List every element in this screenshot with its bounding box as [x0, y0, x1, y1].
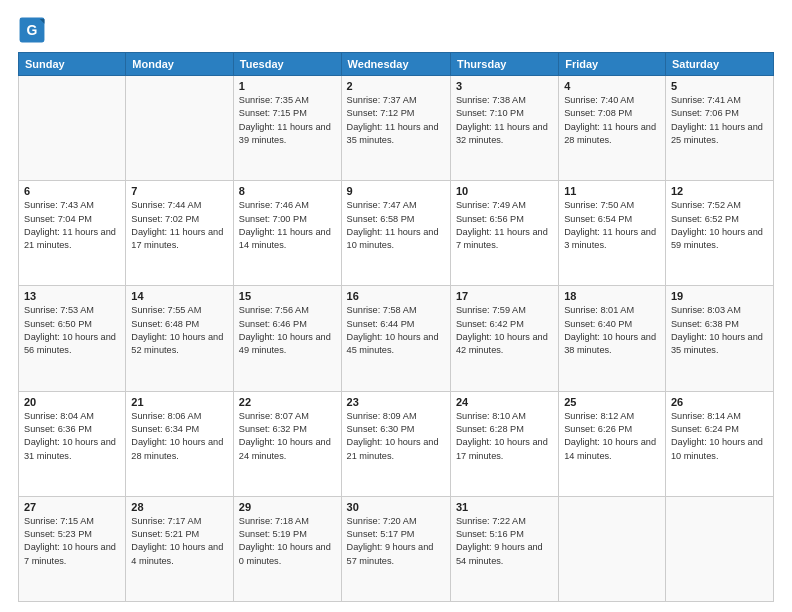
calendar-cell: 14Sunrise: 7:55 AMSunset: 6:48 PMDayligh… — [126, 286, 234, 391]
calendar-week-row: 1Sunrise: 7:35 AMSunset: 7:15 PMDaylight… — [19, 76, 774, 181]
calendar-cell: 9Sunrise: 7:47 AMSunset: 6:58 PMDaylight… — [341, 181, 450, 286]
day-number: 3 — [456, 80, 553, 92]
day-number: 22 — [239, 396, 336, 408]
logo: G — [18, 16, 50, 44]
calendar-cell: 29Sunrise: 7:18 AMSunset: 5:19 PMDayligh… — [233, 496, 341, 601]
calendar-cell: 15Sunrise: 7:56 AMSunset: 6:46 PMDayligh… — [233, 286, 341, 391]
calendar-cell: 10Sunrise: 7:49 AMSunset: 6:56 PMDayligh… — [450, 181, 558, 286]
calendar-cell: 1Sunrise: 7:35 AMSunset: 7:15 PMDaylight… — [233, 76, 341, 181]
day-number: 7 — [131, 185, 228, 197]
day-number: 17 — [456, 290, 553, 302]
day-info: Sunrise: 7:53 AMSunset: 6:50 PMDaylight:… — [24, 304, 120, 357]
day-info: Sunrise: 8:10 AMSunset: 6:28 PMDaylight:… — [456, 410, 553, 463]
calendar-cell: 8Sunrise: 7:46 AMSunset: 7:00 PMDaylight… — [233, 181, 341, 286]
day-number: 18 — [564, 290, 660, 302]
day-info: Sunrise: 8:01 AMSunset: 6:40 PMDaylight:… — [564, 304, 660, 357]
day-number: 13 — [24, 290, 120, 302]
calendar-cell: 13Sunrise: 7:53 AMSunset: 6:50 PMDayligh… — [19, 286, 126, 391]
day-number: 5 — [671, 80, 768, 92]
calendar-week-row: 6Sunrise: 7:43 AMSunset: 7:04 PMDaylight… — [19, 181, 774, 286]
calendar-week-row: 27Sunrise: 7:15 AMSunset: 5:23 PMDayligh… — [19, 496, 774, 601]
calendar-cell: 4Sunrise: 7:40 AMSunset: 7:08 PMDaylight… — [559, 76, 666, 181]
calendar-cell: 6Sunrise: 7:43 AMSunset: 7:04 PMDaylight… — [19, 181, 126, 286]
day-info: Sunrise: 8:06 AMSunset: 6:34 PMDaylight:… — [131, 410, 228, 463]
day-info: Sunrise: 7:22 AMSunset: 5:16 PMDaylight:… — [456, 515, 553, 568]
day-number: 16 — [347, 290, 445, 302]
day-info: Sunrise: 7:15 AMSunset: 5:23 PMDaylight:… — [24, 515, 120, 568]
calendar-cell: 20Sunrise: 8:04 AMSunset: 6:36 PMDayligh… — [19, 391, 126, 496]
day-info: Sunrise: 7:50 AMSunset: 6:54 PMDaylight:… — [564, 199, 660, 252]
calendar-cell: 23Sunrise: 8:09 AMSunset: 6:30 PMDayligh… — [341, 391, 450, 496]
calendar-cell: 31Sunrise: 7:22 AMSunset: 5:16 PMDayligh… — [450, 496, 558, 601]
day-info: Sunrise: 7:38 AMSunset: 7:10 PMDaylight:… — [456, 94, 553, 147]
svg-text:G: G — [27, 22, 38, 38]
day-of-week-header: Sunday — [19, 53, 126, 76]
day-info: Sunrise: 7:44 AMSunset: 7:02 PMDaylight:… — [131, 199, 228, 252]
logo-icon: G — [18, 16, 46, 44]
day-info: Sunrise: 7:49 AMSunset: 6:56 PMDaylight:… — [456, 199, 553, 252]
calendar-cell: 21Sunrise: 8:06 AMSunset: 6:34 PMDayligh… — [126, 391, 234, 496]
day-info: Sunrise: 8:07 AMSunset: 6:32 PMDaylight:… — [239, 410, 336, 463]
day-number: 12 — [671, 185, 768, 197]
day-of-week-header: Monday — [126, 53, 234, 76]
day-of-week-header: Saturday — [665, 53, 773, 76]
day-info: Sunrise: 7:58 AMSunset: 6:44 PMDaylight:… — [347, 304, 445, 357]
day-number: 6 — [24, 185, 120, 197]
header: G — [18, 16, 774, 44]
calendar-cell: 27Sunrise: 7:15 AMSunset: 5:23 PMDayligh… — [19, 496, 126, 601]
day-info: Sunrise: 7:59 AMSunset: 6:42 PMDaylight:… — [456, 304, 553, 357]
page: G SundayMondayTuesdayWednesdayThursdayFr… — [0, 0, 792, 612]
calendar-cell — [19, 76, 126, 181]
calendar-week-row: 20Sunrise: 8:04 AMSunset: 6:36 PMDayligh… — [19, 391, 774, 496]
calendar-cell: 19Sunrise: 8:03 AMSunset: 6:38 PMDayligh… — [665, 286, 773, 391]
calendar-week-row: 13Sunrise: 7:53 AMSunset: 6:50 PMDayligh… — [19, 286, 774, 391]
day-info: Sunrise: 7:37 AMSunset: 7:12 PMDaylight:… — [347, 94, 445, 147]
calendar-cell: 25Sunrise: 8:12 AMSunset: 6:26 PMDayligh… — [559, 391, 666, 496]
day-number: 1 — [239, 80, 336, 92]
calendar-cell: 11Sunrise: 7:50 AMSunset: 6:54 PMDayligh… — [559, 181, 666, 286]
day-info: Sunrise: 7:18 AMSunset: 5:19 PMDaylight:… — [239, 515, 336, 568]
day-number: 30 — [347, 501, 445, 513]
day-number: 8 — [239, 185, 336, 197]
day-number: 21 — [131, 396, 228, 408]
calendar-cell: 2Sunrise: 7:37 AMSunset: 7:12 PMDaylight… — [341, 76, 450, 181]
calendar-cell — [559, 496, 666, 601]
day-info: Sunrise: 8:03 AMSunset: 6:38 PMDaylight:… — [671, 304, 768, 357]
calendar-cell: 17Sunrise: 7:59 AMSunset: 6:42 PMDayligh… — [450, 286, 558, 391]
day-info: Sunrise: 8:12 AMSunset: 6:26 PMDaylight:… — [564, 410, 660, 463]
day-number: 4 — [564, 80, 660, 92]
day-number: 20 — [24, 396, 120, 408]
day-number: 9 — [347, 185, 445, 197]
calendar-cell: 7Sunrise: 7:44 AMSunset: 7:02 PMDaylight… — [126, 181, 234, 286]
day-info: Sunrise: 7:40 AMSunset: 7:08 PMDaylight:… — [564, 94, 660, 147]
day-info: Sunrise: 7:52 AMSunset: 6:52 PMDaylight:… — [671, 199, 768, 252]
day-info: Sunrise: 7:35 AMSunset: 7:15 PMDaylight:… — [239, 94, 336, 147]
day-info: Sunrise: 7:17 AMSunset: 5:21 PMDaylight:… — [131, 515, 228, 568]
day-info: Sunrise: 7:55 AMSunset: 6:48 PMDaylight:… — [131, 304, 228, 357]
calendar-cell: 30Sunrise: 7:20 AMSunset: 5:17 PMDayligh… — [341, 496, 450, 601]
calendar-cell: 22Sunrise: 8:07 AMSunset: 6:32 PMDayligh… — [233, 391, 341, 496]
calendar-cell: 26Sunrise: 8:14 AMSunset: 6:24 PMDayligh… — [665, 391, 773, 496]
day-info: Sunrise: 7:43 AMSunset: 7:04 PMDaylight:… — [24, 199, 120, 252]
day-info: Sunrise: 7:46 AMSunset: 7:00 PMDaylight:… — [239, 199, 336, 252]
day-of-week-header: Thursday — [450, 53, 558, 76]
day-of-week-header: Wednesday — [341, 53, 450, 76]
day-number: 14 — [131, 290, 228, 302]
day-number: 15 — [239, 290, 336, 302]
day-info: Sunrise: 7:41 AMSunset: 7:06 PMDaylight:… — [671, 94, 768, 147]
day-number: 19 — [671, 290, 768, 302]
day-info: Sunrise: 7:56 AMSunset: 6:46 PMDaylight:… — [239, 304, 336, 357]
day-number: 28 — [131, 501, 228, 513]
calendar-cell: 16Sunrise: 7:58 AMSunset: 6:44 PMDayligh… — [341, 286, 450, 391]
day-number: 27 — [24, 501, 120, 513]
day-info: Sunrise: 7:47 AMSunset: 6:58 PMDaylight:… — [347, 199, 445, 252]
day-info: Sunrise: 8:09 AMSunset: 6:30 PMDaylight:… — [347, 410, 445, 463]
calendar-table: SundayMondayTuesdayWednesdayThursdayFrid… — [18, 52, 774, 602]
day-info: Sunrise: 7:20 AMSunset: 5:17 PMDaylight:… — [347, 515, 445, 568]
calendar-header-row: SundayMondayTuesdayWednesdayThursdayFrid… — [19, 53, 774, 76]
day-of-week-header: Tuesday — [233, 53, 341, 76]
day-number: 10 — [456, 185, 553, 197]
day-number: 2 — [347, 80, 445, 92]
day-number: 23 — [347, 396, 445, 408]
calendar-cell — [665, 496, 773, 601]
